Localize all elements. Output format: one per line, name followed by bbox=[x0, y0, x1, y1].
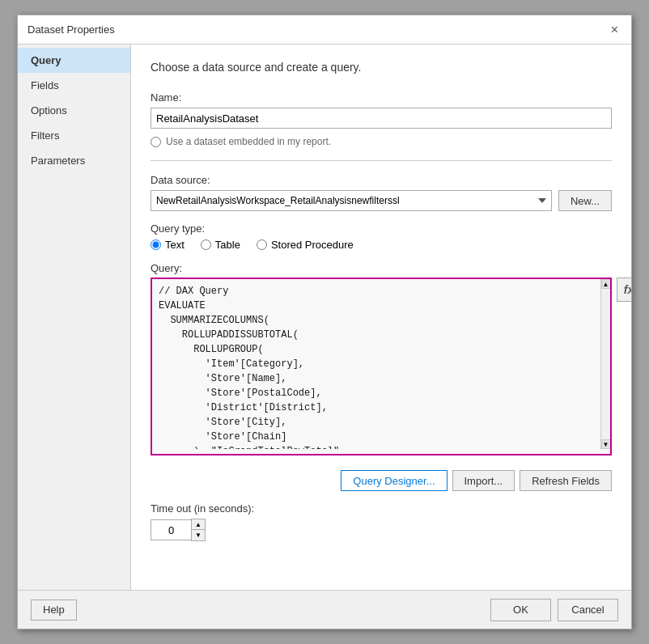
dialog-title: Dataset Properties bbox=[28, 23, 115, 36]
radio-stored-procedure[interactable] bbox=[257, 239, 267, 250]
dataset-properties-dialog: Dataset Properties × Query Fields Option… bbox=[17, 15, 632, 629]
spinner-down[interactable]: ▼ bbox=[192, 530, 205, 540]
timeout-input-row: ▲ ▼ bbox=[151, 519, 612, 541]
footer-right: OK Cancel bbox=[490, 599, 618, 621]
radio-option-stored-procedure[interactable]: Stored Procedure bbox=[257, 239, 354, 251]
dialog-body: Query Fields Options Filters Parameters … bbox=[18, 44, 631, 590]
query-outer: // DAX Query EVALUATE SUMMARIZECOLUMNS( … bbox=[151, 278, 612, 455]
query-designer-button[interactable]: Query Designer... bbox=[341, 470, 447, 491]
datasource-dropdown[interactable]: NewRetailAnalysisWorkspace_RetailAnalysi… bbox=[151, 190, 552, 211]
timeout-group: Time out (in seconds): ▲ ▼ bbox=[151, 502, 612, 541]
sidebar-item-query[interactable]: Query bbox=[18, 48, 130, 73]
timeout-label: Time out (in seconds): bbox=[151, 502, 612, 515]
ok-button[interactable]: OK bbox=[490, 599, 551, 621]
name-group: Name: Use a dataset embedded in my repor… bbox=[151, 91, 612, 147]
sidebar-item-fields[interactable]: Fields bbox=[18, 73, 130, 98]
datasource-row: NewRetailAnalysisWorkspace_RetailAnalysi… bbox=[151, 190, 612, 211]
scrollbar-down[interactable]: ▼ bbox=[601, 439, 611, 449]
embedded-radio-label: Use a dataset embedded in my report. bbox=[166, 136, 331, 147]
query-scrollbar: ▲ ▼ bbox=[600, 279, 610, 449]
spinner-up[interactable]: ▲ bbox=[192, 519, 205, 530]
sidebar-item-filters[interactable]: Filters bbox=[18, 123, 130, 148]
query-area-container: // DAX Query EVALUATE SUMMARIZECOLUMNS( … bbox=[151, 278, 612, 455]
fx-button[interactable]: fx bbox=[617, 278, 631, 302]
help-button[interactable]: Help bbox=[31, 600, 77, 621]
scrollbar-up[interactable]: ▲ bbox=[601, 279, 611, 289]
query-type-row: Text Table Stored Procedure bbox=[151, 239, 612, 251]
query-type-label: Query type: bbox=[151, 222, 612, 235]
query-textarea[interactable]: // DAX Query EVALUATE SUMMARIZECOLUMNS( … bbox=[152, 279, 600, 449]
embedded-radio[interactable] bbox=[151, 137, 161, 147]
close-button[interactable]: × bbox=[608, 23, 621, 36]
cancel-button[interactable]: Cancel bbox=[558, 599, 618, 621]
main-content: Choose a data source and create a query.… bbox=[131, 44, 631, 590]
sidebar-item-parameters[interactable]: Parameters bbox=[18, 148, 130, 173]
name-label: Name: bbox=[151, 91, 612, 104]
divider-1 bbox=[151, 160, 612, 161]
dialog-footer: Help OK Cancel bbox=[18, 590, 631, 629]
radio-option-table[interactable]: Table bbox=[201, 239, 240, 251]
name-input[interactable] bbox=[151, 108, 612, 129]
query-buttons-row: Query Designer... Import... Refresh Fiel… bbox=[151, 470, 612, 491]
sidebar: Query Fields Options Filters Parameters bbox=[18, 44, 131, 590]
import-button[interactable]: Import... bbox=[452, 470, 515, 491]
refresh-fields-button[interactable]: Refresh Fields bbox=[520, 470, 612, 491]
radio-text[interactable] bbox=[151, 239, 161, 250]
radio-option-text[interactable]: Text bbox=[151, 239, 185, 251]
scrollbar-track bbox=[601, 289, 611, 439]
sidebar-item-options[interactable]: Options bbox=[18, 98, 130, 123]
datasource-label: Data source: bbox=[151, 174, 612, 186]
section-heading: Choose a data source and create a query. bbox=[151, 61, 612, 74]
query-area-wrapper: Query: // DAX Query EVALUATE SUMMARIZECO… bbox=[151, 262, 612, 455]
new-datasource-button[interactable]: New... bbox=[558, 190, 612, 211]
title-bar: Dataset Properties × bbox=[18, 15, 631, 44]
radio-table[interactable] bbox=[201, 239, 211, 250]
datasource-group: Data source: NewRetailAnalysisWorkspace_… bbox=[151, 174, 612, 211]
query-type-group: Query type: Text Table Stored Procedure bbox=[151, 222, 612, 251]
spinner-buttons: ▲ ▼ bbox=[191, 519, 206, 541]
embedded-radio-hint: Use a dataset embedded in my report. bbox=[151, 136, 612, 147]
timeout-input[interactable] bbox=[151, 519, 191, 540]
query-label: Query: bbox=[151, 262, 612, 274]
